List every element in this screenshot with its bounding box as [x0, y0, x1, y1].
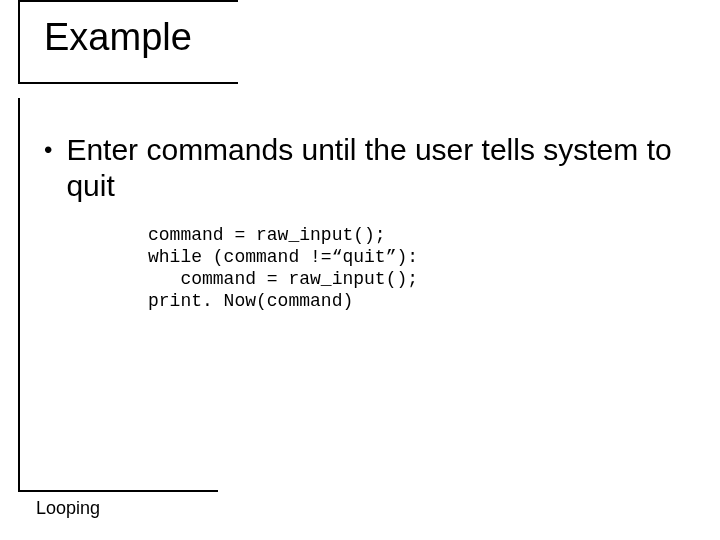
- bullet-item: • Enter commands until the user tells sy…: [44, 132, 684, 204]
- slide: Example • Enter commands until the user …: [0, 0, 720, 540]
- title-top-rule: [18, 0, 238, 2]
- title-left-rule: [18, 0, 20, 82]
- title-bottom-rule: [18, 82, 238, 84]
- slide-title: Example: [44, 16, 192, 59]
- footer-label: Looping: [36, 498, 100, 519]
- code-block: command = raw_input(); while (command !=…: [148, 224, 418, 312]
- bullet-dot-icon: •: [44, 132, 52, 168]
- body-left-rule: [18, 98, 20, 490]
- bullet-text: Enter commands until the user tells syst…: [66, 132, 684, 204]
- footer-rule: [18, 490, 218, 492]
